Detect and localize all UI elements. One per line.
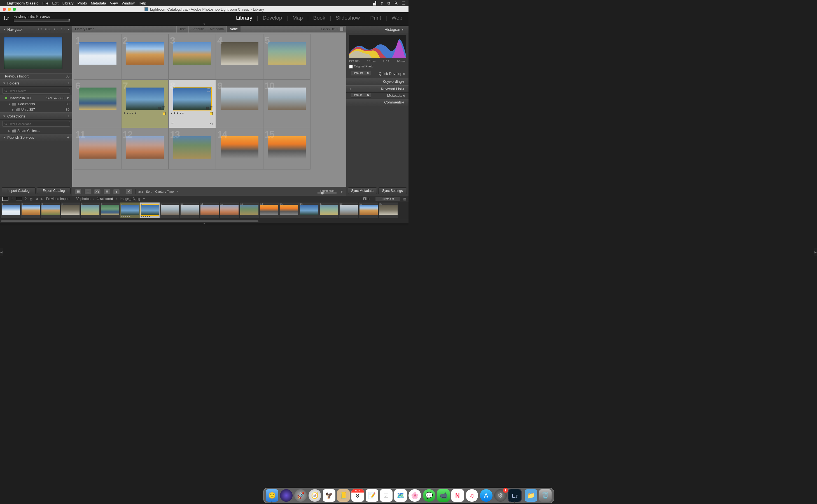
sort-value[interactable]: Capture Time bbox=[155, 190, 173, 193]
export-catalog-button[interactable]: Export Catalog bbox=[37, 187, 71, 194]
disclosure-triangle-icon[interactable]: ◀ bbox=[402, 101, 404, 104]
sort-popup-icon[interactable]: ▾ bbox=[176, 190, 178, 193]
thumbnail[interactable] bbox=[173, 42, 211, 65]
module-develop[interactable]: Develop bbox=[258, 15, 287, 21]
toolbar-content-popup-icon[interactable]: ▼ bbox=[340, 189, 344, 194]
mac-menubar[interactable]: Lightroom Classic File Edit Library Phot… bbox=[0, 0, 408, 6]
defaults-preset-select[interactable]: Defaults⇅ bbox=[351, 71, 371, 76]
zoom-fill[interactable]: FILL bbox=[45, 28, 51, 31]
filter-none[interactable]: None bbox=[227, 26, 241, 32]
add-collection-icon[interactable]: + bbox=[67, 114, 69, 118]
zoom-3-1[interactable]: 3:1 bbox=[61, 28, 65, 31]
original-photo-toggle[interactable]: Original Photo bbox=[346, 63, 408, 70]
rotate-ccw-icon[interactable]: ↶ bbox=[171, 122, 174, 126]
navigator-preview[interactable] bbox=[0, 33, 72, 73]
module-map[interactable]: Map bbox=[288, 15, 308, 21]
grid-cell[interactable]: 11 bbox=[74, 128, 121, 169]
filter-folders-input[interactable]: 🔍︎Filter Folders bbox=[2, 88, 70, 94]
grid-cell[interactable]: 6 bbox=[74, 79, 121, 128]
traffic-lights[interactable] bbox=[3, 8, 16, 11]
filmstrip-scrollbar[interactable] bbox=[0, 220, 408, 223]
screen-mirror-icon[interactable]: ⧉ bbox=[388, 1, 390, 6]
grid-quick-nav-icon[interactable]: ▦ bbox=[29, 197, 32, 201]
menu-library[interactable]: Library bbox=[62, 1, 74, 5]
module-web[interactable]: Web bbox=[387, 15, 407, 21]
grid-cell[interactable]: 9 bbox=[216, 79, 263, 128]
control-center-icon[interactable]: ☰ bbox=[402, 1, 406, 5]
add-keyword-icon[interactable]: + bbox=[349, 87, 351, 91]
spotlight-icon[interactable]: 🔍︎ bbox=[394, 1, 398, 5]
filmstrip-cell[interactable]: 5 bbox=[81, 202, 100, 218]
grid-cell[interactable]: 1 bbox=[74, 34, 121, 79]
filmstrip-cell[interactable]: 9 bbox=[160, 202, 179, 218]
filter-preset-popup-icon[interactable]: ▾ bbox=[336, 27, 338, 31]
filmstrip-cell[interactable]: 14 bbox=[260, 202, 279, 218]
histogram[interactable] bbox=[349, 35, 406, 58]
sort-direction-icon[interactable]: a↕z bbox=[138, 190, 143, 193]
filmstrip-source[interactable]: Previous Import bbox=[46, 197, 69, 201]
filmstrip-cell-active[interactable]: 8★★★★★ bbox=[140, 202, 159, 218]
menu-view[interactable]: View bbox=[110, 1, 118, 5]
metadata-preset-select[interactable]: Default⇅ bbox=[351, 93, 371, 98]
filmstrip-cell[interactable]: 6 bbox=[100, 202, 120, 218]
menu-metadata[interactable]: Metadata bbox=[91, 1, 106, 5]
keyword-badge-icon[interactable]: ▦ bbox=[206, 106, 209, 110]
comments-header[interactable]: Comments◀ bbox=[346, 99, 408, 106]
disclosure-triangle-icon[interactable]: ◀ bbox=[402, 80, 404, 83]
filmstrip-cell[interactable]: 7★★★★★ bbox=[120, 202, 140, 218]
filmstrip-cell[interactable]: 11 bbox=[200, 202, 219, 218]
filmstrip-cell[interactable]: 17 bbox=[319, 202, 339, 218]
disclosure-triangle-icon[interactable]: ◀ bbox=[402, 94, 405, 97]
import-catalog-button[interactable]: Import Catalog bbox=[2, 187, 36, 194]
painter-tool-button[interactable]: ✿ bbox=[126, 189, 132, 194]
original-photo-checkbox[interactable] bbox=[349, 65, 353, 69]
grid-cell[interactable]: 3 bbox=[168, 34, 216, 79]
disclosure-triangle-icon[interactable]: ▼ bbox=[3, 82, 6, 85]
disclosure-triangle-icon[interactable]: ▼ bbox=[8, 103, 11, 105]
left-panel-toggle[interactable]: ◀ bbox=[0, 248, 3, 252]
module-slideshow[interactable]: Slideshow bbox=[331, 15, 365, 21]
quick-develop-header[interactable]: Quick Develop◀ bbox=[375, 71, 406, 76]
folders-header[interactable]: ▼ Folders+ bbox=[0, 79, 72, 87]
grid-cell-selected[interactable]: 8 ▦☰ ★★★★★ ↶↷ bbox=[168, 79, 216, 128]
keyword-list-header[interactable]: +Keyword List◀ bbox=[346, 85, 408, 93]
rating-stars[interactable]: ★★★★★ bbox=[123, 112, 166, 115]
volume-row[interactable]: Macintosh HD 14.9 / 42.7 GB ▼ bbox=[0, 95, 72, 101]
disclosure-triangle-icon[interactable]: ▶ bbox=[8, 130, 10, 132]
filter-metadata[interactable]: Metadata bbox=[207, 26, 227, 32]
filmstrip-cell[interactable]: 10 bbox=[180, 202, 199, 218]
smart-collections-row[interactable]: ▶ Smart Collec… bbox=[0, 128, 72, 134]
disclosure-triangle-icon[interactable]: ▼ bbox=[3, 115, 6, 118]
folder-ultra387[interactable]: ▶ Ultra 38730 bbox=[0, 107, 72, 112]
filmstrip-cell[interactable]: 1 bbox=[1, 202, 20, 218]
compare-view-button[interactable]: XY bbox=[94, 189, 101, 194]
metadata-badge-icon[interactable]: ☰ bbox=[210, 106, 213, 110]
nav-back-icon[interactable]: ◀ bbox=[35, 197, 38, 201]
source-popup-icon[interactable]: ▾ bbox=[143, 197, 145, 201]
color-label-yellow[interactable] bbox=[210, 112, 213, 115]
filmstrip-cell[interactable]: 12 bbox=[220, 202, 239, 218]
rotate-cw-icon[interactable]: ↷ bbox=[210, 122, 214, 126]
grid-cell[interactable]: 15 bbox=[263, 128, 311, 169]
filmstrip-filter-select[interactable]: Filters Off bbox=[375, 197, 400, 201]
filmstrip-cell[interactable]: 2 bbox=[21, 202, 40, 218]
menu-edit[interactable]: Edit bbox=[52, 1, 58, 5]
menu-photo[interactable]: Photo bbox=[77, 1, 87, 5]
thumbnail-size-slider[interactable] bbox=[317, 192, 337, 194]
publish-header[interactable]: ▼ Publish Services+ bbox=[0, 134, 72, 141]
grid-cell[interactable]: 4 bbox=[216, 34, 263, 79]
menu-file[interactable]: File bbox=[42, 1, 48, 5]
filters-off-label[interactable]: Filters Off bbox=[321, 27, 335, 31]
filmstrip-cell[interactable]: 16 bbox=[299, 202, 319, 218]
filter-attribute[interactable]: Attribute bbox=[188, 26, 207, 32]
keyword-badge-icon[interactable]: ▦ bbox=[158, 106, 161, 110]
grid-view-button[interactable]: ▦ bbox=[75, 189, 82, 194]
bluetooth-icon[interactable]: ⇪ bbox=[380, 1, 384, 5]
previous-import-row[interactable]: Previous Import30 bbox=[0, 73, 72, 79]
survey-view-button[interactable]: ▤ bbox=[104, 189, 110, 194]
filmstrip-cell[interactable]: 13 bbox=[240, 202, 259, 218]
histogram-header[interactable]: Histogram▼ bbox=[346, 26, 408, 33]
grid-cell[interactable]: 5 bbox=[263, 34, 311, 79]
app-name[interactable]: Lightroom Classic bbox=[7, 1, 38, 5]
thumbnail[interactable] bbox=[221, 88, 259, 110]
